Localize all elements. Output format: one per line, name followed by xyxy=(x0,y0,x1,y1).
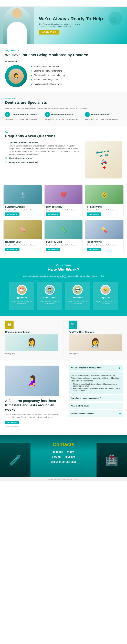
why-title: We Have Patients Being Monitored by Doct… xyxy=(5,52,122,58)
service-img-pediatric: 👶 xyxy=(85,186,123,204)
dept-card-2-text: Sample text. Click to select the Text El… xyxy=(45,118,82,121)
preg-q-1-plus: + xyxy=(119,396,121,400)
service-title-heart: Heart of Surgery xyxy=(46,206,81,208)
preg-q-3-text: Should I have flu vaccine? xyxy=(71,412,94,414)
dept-icon-3: ✓ xyxy=(85,112,90,117)
contacts-title: Contacts xyxy=(31,442,96,447)
service-btn-neuro[interactable]: READ MORE xyxy=(5,248,20,251)
preg-main-question-bar[interactable]: When do pregnancy cravings start? ▲ xyxy=(69,365,123,371)
service-text-pathology: Sample text. Click to select the Text El… xyxy=(46,244,81,246)
step-card-3: 💬 Consultation Sample text. Click to sel… xyxy=(65,282,90,310)
service-btn-tablet[interactable]: READ MORE xyxy=(87,248,101,251)
service-body-heart: Heart of Surgery Sample text. Click to s… xyxy=(45,204,83,218)
dept-icon-1: ✓ xyxy=(5,112,10,117)
faq-question-3[interactable]: 03. Out of your medical services? xyxy=(5,161,81,164)
step-text-2: Sample text. Click to select the Text El… xyxy=(39,300,61,304)
contacts-phone: call us (111) 252 3366 xyxy=(31,460,96,464)
service-text-lab: Sample text. Click to select the Text El… xyxy=(5,209,40,211)
services-section: 🔬 Laboratory Analysis Sample text. Click… xyxy=(0,184,127,258)
service-body-tablet: Tablet Paralysis Sample text. Click to s… xyxy=(85,239,123,253)
faq-number-1: 01. xyxy=(5,141,8,144)
preg-main-question-plus: ▲ xyxy=(118,366,121,369)
neuro-icon: 🧠 xyxy=(19,226,26,233)
find-doctors-title: Find The Best Doctors xyxy=(69,331,122,334)
check-icon-3: ➤ xyxy=(31,74,33,77)
deco-circle-small xyxy=(110,17,117,24)
service-btn-pediatric[interactable]: READ MORE xyxy=(87,212,101,216)
faq-answer-1: Answer: Lorem ipsum dolor sit amet, cons… xyxy=(5,145,81,156)
faq-image: Thank youDoctors 🚑 ✚ xyxy=(85,141,122,178)
request-appointment-image: 👩‍⚕️ xyxy=(5,334,58,351)
preg-read-more-btn[interactable]: READ MORE xyxy=(5,421,19,424)
why-item-5: ➤Excellence in Healthcare every. xyxy=(31,83,66,86)
hamburger-menu-icon[interactable]: ☰ xyxy=(62,2,65,5)
preg-q-3-plus: + xyxy=(119,412,121,415)
why-item-4: ➤Handle patient body in MR. xyxy=(31,78,66,81)
faq-question-2[interactable]: 02. Medical services a scan? xyxy=(5,157,81,160)
dept-card-2-header: ✓ Professional dentists xyxy=(45,112,82,117)
nurse-image: 👩‍⚕️ xyxy=(5,65,27,87)
service-title-lab: Laboratory Analysis xyxy=(5,206,40,208)
request-appointment-text: Seeking Here xyxy=(5,353,58,354)
step-icon-3: 💬 xyxy=(72,285,83,295)
preg-answer-li-2: Euismod et faucibus pulvinar elementum. … xyxy=(73,388,121,391)
step-img-1: 📅 xyxy=(18,286,26,294)
service-title-tablet: Tablet Paralysis xyxy=(87,241,122,243)
service-text-heart: Sample text. Click to select the Text El… xyxy=(46,209,81,211)
preg-qa-2: What is a birth plan? + xyxy=(69,402,123,409)
preg-qa-3: Should I have flu vaccine? + xyxy=(69,410,123,417)
thankyou-ambulance-icon: 🚑 xyxy=(96,158,110,166)
preg-qa-1: How should I sleep in pregnancy? + xyxy=(69,395,123,401)
service-body-pathology: Pathology Clinic Sample text. Click to s… xyxy=(45,239,83,253)
preg-text: Etiam et velit scelerisque in dictum non… xyxy=(5,414,59,418)
step-icon-4: 😊 xyxy=(100,285,110,295)
step-img-2: 👨‍⚕️ xyxy=(45,286,54,294)
how-work-label: Working Process xyxy=(5,264,122,266)
hero-cta-button[interactable]: CONTACT US xyxy=(39,30,59,34)
service-btn-heart[interactable]: READ MORE xyxy=(46,212,60,216)
service-img-lab: 🔬 xyxy=(4,186,42,204)
faq-number-3: 03. xyxy=(5,161,8,164)
request-appointment-title: Request Appointment xyxy=(5,331,58,334)
footer-note: Sample text. Click to select the Text El… xyxy=(0,477,127,482)
preg-img-credit: Images from Freepik xyxy=(5,426,59,428)
step-text-3: Sample text. Click to select the Text El… xyxy=(67,300,89,304)
service-title-neuro: Neurology Clinic xyxy=(5,241,40,243)
why-item-1: ➤Fitness Guidance to Patient xyxy=(31,65,66,68)
dept-card-3-header: ✓ Durable materials xyxy=(85,112,122,117)
how-work-section: Working Process How We Work? Lorem ipsum… xyxy=(0,258,127,316)
why-label: Why Choose Us xyxy=(5,50,122,52)
dept-label: Departments xyxy=(5,97,122,99)
service-text-pediatric: Sample text. Click to select the Text El… xyxy=(87,209,122,211)
departments-section: Departments Dentists are Specialists We … xyxy=(0,92,127,126)
steps-grid: 📅 Appointment Sample text. Click to sele… xyxy=(5,282,122,310)
thankyou-content: Thank youDoctors 🚑 ✚ xyxy=(95,149,111,170)
preg-main-img-icon: 🤰 xyxy=(26,375,39,387)
contacts-section: 🧪 🏥 Contacts monday — friday 8:00 am — 8… xyxy=(0,435,127,477)
find-doctors-icon: 🔍 xyxy=(69,320,77,329)
check-icon-1: ➤ xyxy=(31,65,33,68)
footer-text: Sample text. Click to select the Text El… xyxy=(4,478,123,480)
dept-card-3: ✓ Durable materials Sample text. Click t… xyxy=(85,112,122,121)
request-section: 📋 Request Appointment 👩‍⚕️ Seeking Here … xyxy=(0,316,127,360)
faq-title: Frequently Asked Questions xyxy=(5,134,122,139)
faq-question-1[interactable]: 01. You need a medical services? xyxy=(5,141,81,144)
dept-icon-2: ✓ xyxy=(45,112,50,117)
preg-q-2[interactable]: What is a birth plan? + xyxy=(69,402,123,409)
service-btn-pathology[interactable]: READ MORE xyxy=(46,248,60,251)
step-card-4: 😊 Enjoy Life Sample text. Click to selec… xyxy=(93,282,118,310)
step-icon-2: 👨‍⚕️ xyxy=(45,285,55,295)
check-icon-5: ➤ xyxy=(31,83,33,86)
preg-q-1[interactable]: How should I sleep in pregnancy? + xyxy=(69,395,123,401)
why-content: 👩‍⚕️ ➤Fitness Guidance to Patient ➤Build… xyxy=(5,65,122,87)
service-btn-lab[interactable]: READ MORE xyxy=(5,212,20,216)
how-it-works-label: How it work? xyxy=(5,60,122,62)
faq-q3-text: Out of your medical services? xyxy=(9,161,38,164)
preg-q-3[interactable]: Should I have flu vaccine? + xyxy=(69,410,123,417)
step-title-4: Enjoy Life xyxy=(94,296,116,298)
preg-q-2-plus: + xyxy=(119,404,121,407)
preg-q-1-text: How should I sleep in pregnancy? xyxy=(71,397,101,399)
service-title-pathology: Pathology Clinic xyxy=(46,241,81,243)
service-card-pediatric: 👶 Pediatric Clinic Sample text. Click to… xyxy=(85,185,123,218)
service-body-pediatric: Pediatric Clinic Sample text. Click to s… xyxy=(85,204,123,218)
